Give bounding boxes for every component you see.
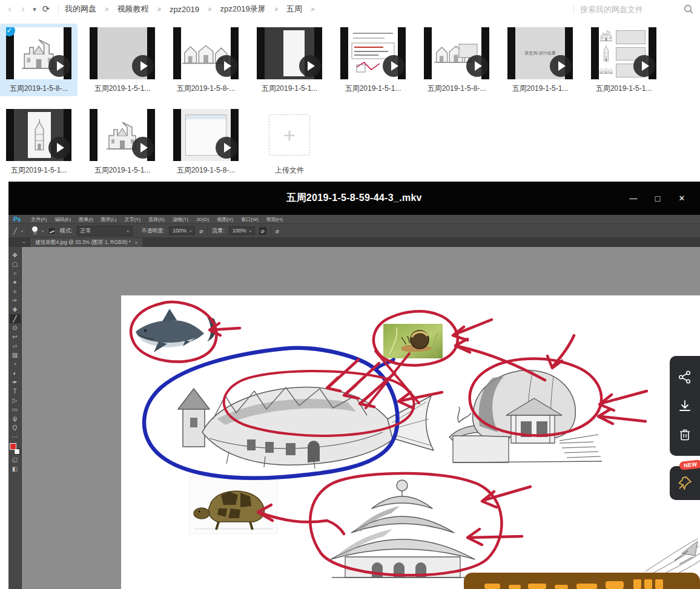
ps-menu-item: 选择(S) <box>148 216 165 223</box>
ps-tabbar: ** 建筑草图4.jpg @ 33.3% (图层 1, RGB/8) * × <box>8 237 700 247</box>
chevron-down-icon: ▾ <box>21 229 23 233</box>
play-icon <box>550 55 572 77</box>
more-tools-icon: ⋯ <box>10 432 21 441</box>
ps-menu-item: 帮助(H) <box>266 216 283 223</box>
video-thumbnail[interactable] <box>6 109 71 161</box>
upload-box[interactable]: + <box>269 114 310 156</box>
move-tool-icon: ✥ <box>10 251 21 260</box>
history-dropdown-icon[interactable]: ▾ <box>30 2 39 16</box>
minimize-icon[interactable]: — <box>621 188 646 209</box>
delete-button[interactable] <box>677 427 693 443</box>
foreground-color-swatch <box>10 443 16 450</box>
video-player-window: 五周2019-1-5-8-59-44-3_.mkv — □ ✕ Ps 文件(F)… <box>8 182 700 589</box>
gradient-tool-icon: ▨ <box>10 350 21 360</box>
ps-menu-item: 窗口(W) <box>241 216 259 223</box>
breadcrumb-item-1[interactable]: 视频教程 <box>117 4 148 15</box>
maximize-icon[interactable]: □ <box>646 188 670 209</box>
corner-sketch <box>646 539 700 577</box>
divider <box>573 5 574 14</box>
ps-document <box>121 295 700 589</box>
video-file-tile[interactable]: 第五周-设计临摹 五周2019-1-5-1... <box>501 24 579 96</box>
play-icon <box>633 55 655 77</box>
video-thumbnail[interactable] <box>90 109 155 161</box>
video-thumbnail[interactable]: ✓ <box>6 27 71 79</box>
brush-size-preview: 15 <box>32 226 38 235</box>
file-name-label: 五周2019-1-5-8-... <box>418 84 495 94</box>
video-file-tile[interactable]: 五周2019-1-5-1... <box>0 105 78 178</box>
video-file-tile[interactable]: 五周2019-1-5-8-... <box>167 105 245 178</box>
share-icon <box>678 370 692 384</box>
forward-icon[interactable]: › <box>17 2 29 16</box>
player-titlebar[interactable]: 五周2019-1-5-8-59-44-3_.mkv — □ ✕ <box>8 182 700 215</box>
browser-topbar: ‹ › ▾ ⟳ 我的网盘 > 视频教程 > zpz2019 > zpz2019录… <box>0 0 700 18</box>
video-thumbnail[interactable] <box>173 27 239 79</box>
ps-menubar: Ps 文件(F) 编辑(E) 图像(I) 图层(L) 文字(Y) 选择(S) 滤… <box>8 215 700 223</box>
file-name-label: 五周2019-1-5-1... <box>334 84 412 94</box>
share-button[interactable] <box>677 369 693 385</box>
video-file-tile[interactable]: 五周2019-1-5-1... <box>334 24 412 96</box>
dock-marks: ** <box>8 240 30 247</box>
file-name-label: 五周2019-1-5-1... <box>84 165 161 176</box>
ps-menu-item: 视图(V) <box>217 216 233 223</box>
video-thumbnail[interactable] <box>173 109 239 161</box>
video-file-tile[interactable]: 五周2019-1-5-8-... <box>418 24 495 96</box>
video-thumbnail[interactable] <box>340 27 406 79</box>
eyedropper-tool-icon: ✑ <box>10 296 21 305</box>
breadcrumb-item-4[interactable]: 五周 <box>286 4 302 15</box>
stamp-tool-icon: ⊙ <box>10 323 21 332</box>
breadcrumb: 我的网盘 > 视频教程 > zpz2019 > zpz2019录屏 > 五周 > <box>65 4 315 15</box>
file-name-label: 五周2019-1-5-1... <box>501 84 579 94</box>
ps-menu-item: 图层(L) <box>101 216 117 223</box>
breadcrumb-separator: > <box>157 5 160 13</box>
video-file-tile[interactable]: 五周2019-1-5-1... <box>585 24 662 96</box>
video-thumbnail[interactable]: 第五周-设计临摹 <box>507 27 573 79</box>
opacity-label: 不透明度: <box>142 227 165 235</box>
video-file-tile[interactable]: 五周2019-1-5-1... <box>84 24 161 96</box>
breadcrumb-item-root[interactable]: 我的网盘 <box>65 4 96 15</box>
brush-tool-icon: ╱ <box>13 228 17 234</box>
ps-menu-item: 文字(Y) <box>124 216 140 223</box>
pin-button[interactable] <box>677 475 693 491</box>
refresh-icon[interactable]: ⟳ <box>40 2 52 16</box>
download-button[interactable] <box>677 398 693 414</box>
mode-label: 模式: <box>60 227 73 235</box>
breadcrumb-item-2[interactable]: zpz2019 <box>170 5 199 14</box>
video-title: 五周2019-1-5-8-59-44-3_.mkv <box>8 192 700 205</box>
video-thumbnail[interactable] <box>257 27 322 79</box>
quick-mask-icon: ◱ <box>10 455 21 464</box>
dodge-tool-icon: ◐ <box>10 369 21 378</box>
mode-dropdown: 正常 ▾ <box>77 226 133 236</box>
search-box <box>567 4 700 15</box>
video-thumbnail[interactable] <box>591 27 656 79</box>
pressure-opacity-icon: ⌀ <box>199 228 203 234</box>
search-icon[interactable] <box>683 4 694 15</box>
ps-menu-item: 文件(F) <box>31 216 47 223</box>
upload-label: 上传文件 <box>251 165 328 176</box>
upload-tile[interactable]: + 上传文件 <box>251 105 328 178</box>
ps-menu-item: 编辑(E) <box>54 216 71 223</box>
play-icon <box>48 55 70 77</box>
ps-toolbar: ✥ ▢ ○ ✦ ⌗ ✑ ✚ ╱ ⊙ ↩ ▱ ▨ ◔ ◐ ✒ T ▷ <box>8 247 22 589</box>
blur-tool-icon: ◔ <box>10 360 21 369</box>
screen-mode-icon: ◧ <box>10 464 21 473</box>
back-icon[interactable]: ‹ <box>4 2 16 16</box>
divider <box>58 5 59 14</box>
zoom-tool-icon: Ϙ <box>10 423 21 432</box>
smoothing-icon: ⌀ <box>276 228 279 234</box>
search-input[interactable] <box>580 5 683 14</box>
video-thumbnail[interactable] <box>424 27 489 79</box>
video-file-tile[interactable]: 五周2019-1-5-1... <box>84 105 161 178</box>
video-thumbnail[interactable] <box>90 27 155 79</box>
download-icon <box>678 399 692 413</box>
healing-tool-icon: ✚ <box>10 305 21 314</box>
file-name-label: 五周2019-1-5-8-... <box>167 84 245 94</box>
video-file-tile[interactable]: ✓ 五周2019-1-5-8-... <box>0 24 78 96</box>
video-file-tile[interactable]: 五周2019-1-5-8-... <box>167 24 245 96</box>
hand-tool-icon: ψ <box>10 414 21 423</box>
trash-icon <box>678 427 692 442</box>
nav-buttons: ‹ › ▾ ⟳ <box>0 2 52 16</box>
video-file-tile[interactable]: 五周2019-1-5-1... <box>251 24 328 96</box>
close-icon[interactable]: ✕ <box>670 188 694 209</box>
breadcrumb-item-3[interactable]: zpz2019录屏 <box>220 4 265 15</box>
file-name-label: 五周2019-1-5-1... <box>84 84 161 94</box>
